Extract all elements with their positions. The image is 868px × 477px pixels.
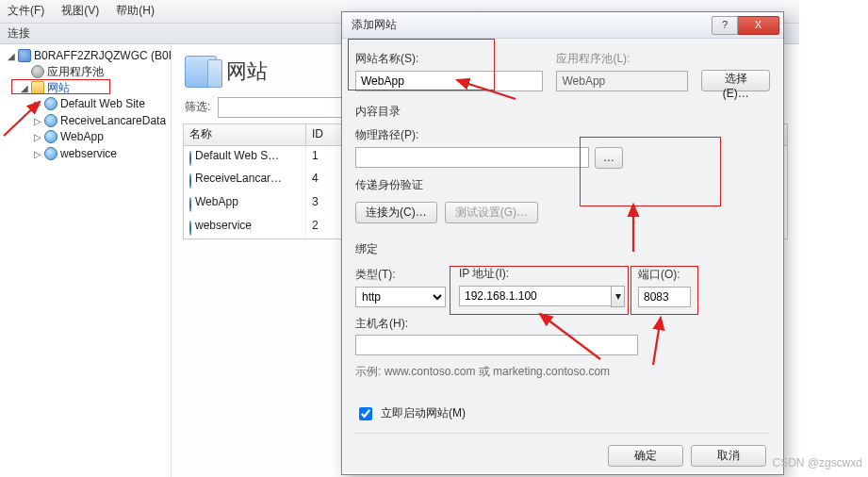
- host-example: 示例: www.contoso.com 或 marketing.contoso.…: [355, 365, 770, 380]
- close-button[interactable]: X: [738, 16, 779, 35]
- svg-line-4: [653, 318, 661, 365]
- binding-header: 绑定: [355, 233, 770, 257]
- app-pool-label: 应用程序池(L):: [556, 52, 688, 67]
- tree-site-item[interactable]: ▷Default Web Site: [32, 96, 171, 113]
- passthrough-auth-label: 传递身份验证: [355, 178, 770, 193]
- gear-icon: [31, 65, 44, 78]
- ok-button[interactable]: 确定: [608, 445, 683, 467]
- filter-label: 筛选:: [185, 100, 210, 115]
- globe-icon: [189, 197, 191, 212]
- test-settings-button[interactable]: 测试设置(G)…: [445, 202, 538, 223]
- ip-input[interactable]: [459, 286, 611, 306]
- sites-page-icon: [185, 56, 217, 88]
- page-title: 网站: [226, 58, 268, 86]
- tree-app-pools[interactable]: 应用程序池: [19, 64, 171, 81]
- connections-tree: ◢B0RAFF2ZRJQZWGC (B0RA 应用程序池 ◢网站 ▷Defaul…: [0, 44, 172, 477]
- type-label: 类型(T):: [355, 268, 446, 283]
- dialog-titlebar[interactable]: 添加网站 ? X: [342, 12, 783, 39]
- menu-file[interactable]: 文件(F): [6, 2, 46, 21]
- port-input[interactable]: [638, 287, 691, 307]
- server-icon: [18, 49, 31, 62]
- host-input[interactable]: [355, 335, 638, 355]
- tree-sites[interactable]: ◢网站 ▷Default Web Site▷ReceiveLancareData…: [19, 80, 171, 163]
- globe-icon: [44, 130, 57, 143]
- site-name-label: 网站名称(S):: [355, 52, 543, 67]
- menu-view[interactable]: 视图(V): [59, 2, 101, 21]
- browse-path-button[interactable]: …: [595, 147, 623, 169]
- globe-icon: [44, 97, 57, 110]
- tree-site-item[interactable]: ▷ReceiveLancareData: [32, 113, 171, 130]
- globe-icon: [189, 221, 191, 236]
- globe-icon: [44, 147, 57, 160]
- tree-server[interactable]: ◢B0RAFF2ZRJQZWGC (B0RA 应用程序池 ◢网站 ▷Defaul…: [6, 48, 171, 164]
- phys-path-input[interactable]: [355, 147, 589, 168]
- autostart-checkbox[interactable]: 立即启动网站(M): [355, 404, 770, 423]
- menu-help[interactable]: 帮助(H): [114, 2, 156, 21]
- add-website-dialog: 添加网站 ? X 网站名称(S): 应用程序池(L): 选择(E)… 内容目录 …: [341, 11, 784, 475]
- tree-site-item[interactable]: ▷webservice: [32, 146, 171, 163]
- tree-site-item[interactable]: ▷WebApp: [32, 129, 171, 146]
- help-button[interactable]: ?: [712, 16, 738, 35]
- app-pool-input: [556, 71, 688, 91]
- globe-icon: [189, 173, 191, 189]
- connect-as-button[interactable]: 连接为(C)…: [355, 202, 437, 223]
- col-name[interactable]: 名称: [184, 124, 306, 145]
- globe-icon: [189, 151, 191, 166]
- port-label: 端口(O):: [638, 268, 691, 283]
- ip-label: IP 地址(I):: [459, 267, 625, 282]
- autostart-input[interactable]: [359, 407, 372, 420]
- dialog-title: 添加网站: [352, 18, 397, 33]
- folder-icon: [31, 81, 44, 94]
- cancel-button[interactable]: 取消: [691, 445, 766, 467]
- watermark: CSDN @zgscwxd: [772, 456, 862, 471]
- globe-icon: [44, 114, 57, 127]
- site-name-input[interactable]: [355, 71, 543, 91]
- select-app-pool-button[interactable]: 选择(E)…: [701, 70, 770, 91]
- phys-path-label: 物理路径(P):: [355, 128, 638, 143]
- content-dir-header: 内容目录: [355, 101, 770, 120]
- host-label: 主机名(H):: [355, 317, 638, 332]
- type-select[interactable]: http: [355, 287, 446, 307]
